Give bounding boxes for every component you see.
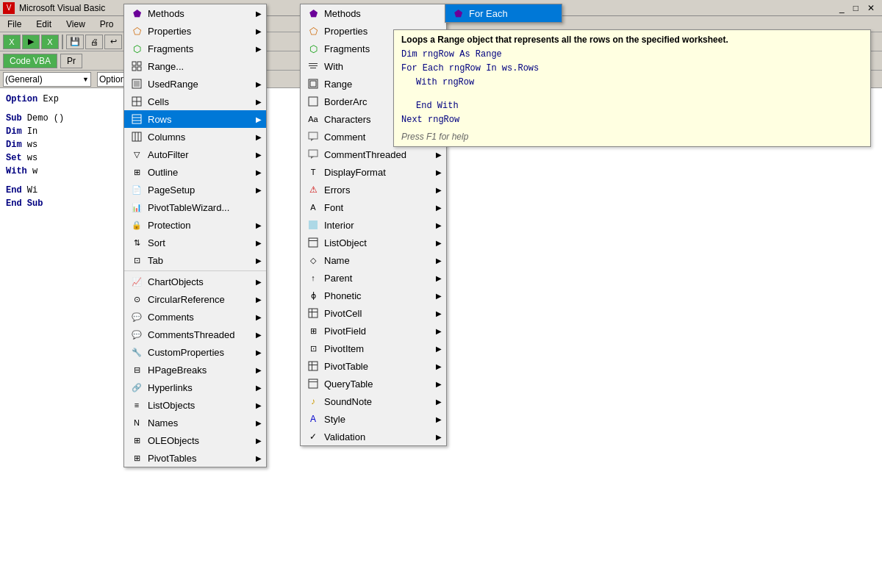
menu1-comments[interactable]: 💬 Comments ▶ — [124, 308, 266, 326]
menu2-pivotcell[interactable]: PivotCell ▶ — [301, 304, 446, 322]
tab-icon: ⊡ — [129, 252, 145, 268]
menu1-customprops[interactable]: 🔧 CustomProperties ▶ — [124, 343, 266, 361]
svg-rect-27 — [309, 240, 318, 241]
validation-icon: ✓ — [305, 429, 321, 445]
tooltip-code-line1: Dim rngRow As Range — [401, 48, 863, 62]
menu2-phonetic[interactable]: ɸ Phonetic ▶ — [301, 287, 446, 304]
menu2-soundnote[interactable]: ♪ SoundNote ▶ — [301, 392, 446, 410]
menu1-tab[interactable]: ⊡ Tab ▶ — [124, 251, 266, 269]
toolbar-print-btn[interactable]: 🖨 — [85, 35, 103, 49]
menu2-commentthreaded[interactable]: CommentThreaded ▶ — [301, 146, 446, 163]
menu-view[interactable]: View — [62, 18, 90, 31]
hyperlinks-icon: 🔗 — [129, 379, 145, 395]
menu1-properties[interactable]: ⬠ Properties ▶ — [124, 22, 266, 40]
menu1-methods[interactable]: ⬟ Methods ▶ — [124, 4, 266, 22]
commentthreaded2-icon — [305, 146, 321, 162]
menu1-separator — [124, 270, 266, 271]
toolbar-btn3[interactable]: X — [41, 35, 59, 49]
toolbar-separator1 — [62, 35, 63, 49]
menu1-hyperlinks[interactable]: 🔗 Hyperlinks ▶ — [124, 379, 266, 396]
menu-file[interactable]: File — [3, 18, 26, 31]
soundnote-arrow: ▶ — [436, 398, 442, 406]
close-button[interactable]: ✕ — [863, 3, 879, 13]
name2-icon: ◇ — [305, 252, 321, 268]
menu1-commentsthreaded[interactable]: 💬 CommentsThreaded ▶ — [124, 326, 266, 343]
menu3-foreach[interactable]: ⬟ For Each — [445, 4, 562, 22]
context-menu-level3[interactable]: ⬟ For Each — [445, 4, 562, 23]
hpagebreaks-icon: ⊟ — [129, 362, 145, 378]
pivotitem-icon: ⊡ — [305, 340, 321, 356]
circular-icon: ⊙ — [129, 291, 145, 307]
menu2-querytable[interactable]: QueryTable ▶ — [301, 375, 446, 392]
oleobjects-icon: ⊞ — [129, 432, 145, 448]
menu1-sort[interactable]: ⇅ Sort ▶ — [124, 234, 266, 251]
outline-icon: ⊞ — [129, 164, 145, 180]
customprop-icon: 🔧 — [129, 344, 145, 360]
protection-icon: 🔒 — [129, 217, 145, 233]
menu2-pivottable[interactable]: PivotTable ▶ — [301, 357, 446, 375]
menu2-style[interactable]: A Style ▶ — [301, 410, 446, 428]
hpagebreaks-arrow: ▶ — [256, 366, 262, 374]
menu1-cells[interactable]: Cells ▶ — [124, 93, 266, 110]
svg-rect-16 — [309, 65, 318, 66]
menu2-validation[interactable]: ✓ Validation ▶ — [301, 428, 446, 445]
toolbar-save-btn[interactable]: 💾 — [66, 35, 84, 49]
toolbar-btn2[interactable]: ▶ — [22, 35, 40, 49]
menu1-columns[interactable]: Columns ▶ — [124, 128, 266, 146]
minimize-button[interactable]: _ — [835, 3, 849, 13]
pivottable2-icon — [305, 358, 321, 374]
menu2-name[interactable]: ◇ Name ▶ — [301, 251, 446, 269]
menu1-pagesetup[interactable]: 📄 PageSetup ▶ — [124, 181, 266, 198]
context-menu-level1[interactable]: ⬟ Methods ▶ ⬠ Properties ▶ ⬡ Fragments ▶… — [123, 4, 267, 467]
menu1-circularref[interactable]: ⊙ CircularReference ▶ — [124, 290, 266, 308]
menu2-parent[interactable]: ↑ Parent ▶ — [301, 269, 446, 287]
pagesetup-icon: 📄 — [129, 182, 145, 198]
menu2-pivotfield[interactable]: ⊞ PivotField ▶ — [301, 322, 446, 340]
menu2-interior[interactable]: Interior ▶ — [301, 216, 446, 234]
maximize-button[interactable]: □ — [849, 3, 863, 13]
menu1-usedrange[interactable]: UsedRange ▶ — [124, 75, 266, 93]
validation-arrow: ▶ — [436, 433, 442, 441]
menu1-oleobjects[interactable]: ⊞ OLEObjects ▶ — [124, 431, 266, 449]
pr-button[interactable]: Pr — [60, 54, 82, 68]
comments-arrow: ▶ — [256, 313, 262, 321]
pivot-icon: 📊 — [129, 199, 145, 215]
menu-pro[interactable]: Pro — [96, 18, 118, 31]
menu1-outline[interactable]: ⊞ Outline ▶ — [124, 163, 266, 181]
menu1-chartobjects[interactable]: 📈 ChartObjects ▶ — [124, 273, 266, 290]
menu1-pivot-wizard[interactable]: 📊 PivotTableWizard... — [124, 198, 266, 216]
menu2-methods[interactable]: ⬟ Methods — [301, 4, 446, 22]
range-icon — [129, 58, 145, 74]
menu1-pivottables[interactable]: ⊞ PivotTables ▶ — [124, 449, 266, 467]
comment2-icon — [305, 129, 321, 145]
menu1-rows[interactable]: Rows ▶ — [124, 110, 266, 128]
menu1-autofilter[interactable]: ▽ AutoFilter ▶ — [124, 146, 266, 163]
menu2-listobject[interactable]: ListObject ▶ — [301, 234, 446, 251]
menu1-hpagebreaks[interactable]: ⊟ HPageBreaks ▶ — [124, 361, 266, 379]
errors-icon: ⚠ — [305, 182, 321, 198]
svg-rect-30 — [312, 309, 312, 318]
menu1-fragments[interactable]: ⬡ Fragments ▶ — [124, 40, 266, 57]
menu-edit[interactable]: Edit — [32, 18, 56, 31]
general-combo[interactable]: (General) ▼ — [3, 72, 91, 87]
menu2-errors[interactable]: ⚠ Errors ▶ — [301, 181, 446, 198]
menu2-font[interactable]: A Font ▶ — [301, 198, 446, 216]
rows-icon — [129, 111, 145, 127]
menu1-protection[interactable]: 🔒 Protection ▶ — [124, 216, 266, 234]
frags2-icon: ⬡ — [305, 40, 321, 57]
borderarc-icon — [305, 93, 321, 110]
tab-arrow: ▶ — [256, 257, 262, 265]
querytable-arrow: ▶ — [436, 380, 442, 388]
displayformat-icon: T — [305, 164, 321, 180]
menu2-displayformat[interactable]: T DisplayFormat ▶ — [301, 163, 446, 181]
menu1-listobjects[interactable]: ≡ ListObjects ▶ — [124, 396, 266, 414]
displayformat-arrow: ▶ — [436, 168, 442, 176]
toolbar-excel-icon[interactable]: X — [3, 35, 21, 49]
codevba-button[interactable]: Code VBA — [3, 54, 57, 68]
listobject-arrow: ▶ — [436, 239, 442, 247]
toolbar-undo-btn[interactable]: ↩ — [104, 35, 122, 49]
menu2-pivotitem[interactable]: ⊡ PivotItem ▶ — [301, 340, 446, 357]
menu1-range[interactable]: Range... — [124, 57, 266, 75]
sort-arrow: ▶ — [256, 239, 262, 247]
menu1-names[interactable]: N Names ▶ — [124, 414, 266, 431]
